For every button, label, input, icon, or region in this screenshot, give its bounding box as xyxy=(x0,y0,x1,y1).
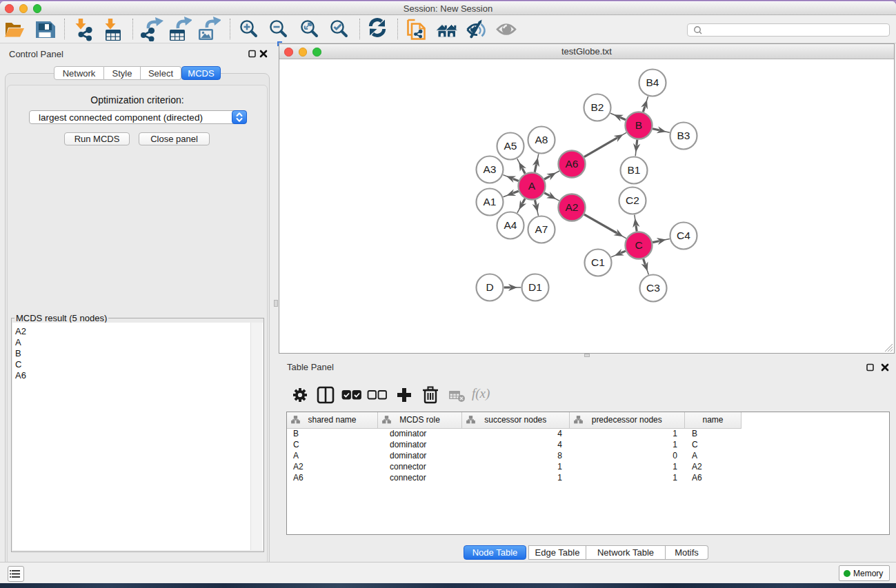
svg-text:A6: A6 xyxy=(566,158,579,170)
svg-text:B2: B2 xyxy=(591,101,604,113)
svg-text:C: C xyxy=(635,239,642,251)
svg-text:B: B xyxy=(635,119,642,131)
svg-text:A8: A8 xyxy=(535,134,548,145)
svg-text:A2: A2 xyxy=(566,201,579,213)
svg-text:B3: B3 xyxy=(677,130,690,141)
svg-text:C3: C3 xyxy=(646,282,660,294)
svg-text:A5: A5 xyxy=(504,140,517,152)
svg-text:B1: B1 xyxy=(628,164,641,176)
svg-text:C4: C4 xyxy=(677,230,690,241)
svg-text:D: D xyxy=(486,281,493,293)
svg-text:A4: A4 xyxy=(504,219,517,231)
svg-text:A: A xyxy=(528,180,536,192)
svg-text:A1: A1 xyxy=(484,196,497,207)
svg-text:B4: B4 xyxy=(646,77,659,88)
svg-text:D1: D1 xyxy=(528,281,542,293)
svg-text:C1: C1 xyxy=(591,256,605,268)
svg-text:A3: A3 xyxy=(484,163,497,175)
svg-text:A7: A7 xyxy=(535,223,548,235)
svg-text:C2: C2 xyxy=(626,194,639,206)
